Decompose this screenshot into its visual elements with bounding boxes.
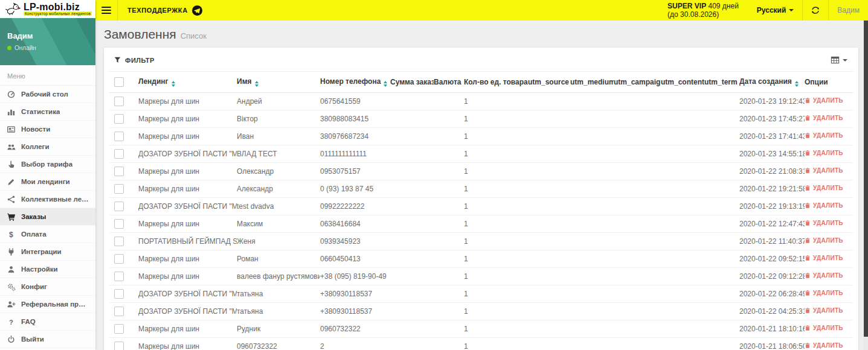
cell-phone: 380976687234 — [320, 128, 390, 145]
cell-landing: Маркеры для шин — [138, 180, 237, 198]
sidebar-item-logout[interactable]: Выйти — [0, 331, 95, 348]
dashboard-icon — [7, 90, 16, 99]
delete-button[interactable]: УДАЛИТЬ — [805, 272, 843, 279]
sidebar-item-config[interactable]: Конфиг — [0, 278, 95, 296]
delete-button[interactable]: УДАЛИТЬ — [805, 167, 843, 174]
sidebar-item-referral[interactable]: Реферальная программа — [0, 296, 95, 313]
cell-options: УДАЛИТЬ — [805, 233, 853, 250]
sidebar-item-collective-landings[interactable]: Коллективные лендинги — [0, 191, 95, 208]
scrollbar-thumb[interactable] — [864, 21, 868, 337]
vertical-scrollbar[interactable] — [864, 21, 868, 350]
sort-arrows-icon — [795, 81, 799, 87]
sidebar-item-faq[interactable]: FAQ — [0, 313, 95, 331]
row-checkbox[interactable] — [114, 342, 124, 350]
column-header-utm_source[interactable]: utm_source — [528, 72, 570, 93]
cell-name: Роман — [237, 250, 320, 268]
logo-dog-icon — [5, 1, 21, 17]
cell-utm-campaign — [614, 128, 661, 145]
cell-created: 2020-01-23 17:41:43 — [739, 128, 805, 145]
row-checkbox[interactable] — [114, 97, 124, 106]
sidebar-item-orders[interactable]: Заказы — [0, 208, 95, 226]
sidebar-item-label: Мои лендинги — [21, 178, 70, 185]
row-checkbox[interactable] — [114, 289, 124, 299]
sidebar-item-my-landings[interactable]: Мои лендинги — [0, 173, 95, 191]
user-icon — [7, 265, 16, 274]
delete-button[interactable]: УДАЛИТЬ — [805, 97, 843, 104]
cell-utm-term — [704, 180, 739, 198]
cell-landing: ДОЗАТОР ЗУБНОЇ ПАСТИ "МИНЬОН" — [138, 145, 237, 163]
sidebar-item-colleagues[interactable]: Коллеги — [0, 138, 95, 156]
app-logo[interactable]: LP-mobi.biz Конструктор мобильных лендин… — [0, 0, 95, 18]
sidebar-item-settings[interactable]: Настройки — [0, 261, 95, 278]
cell-utm-source — [528, 145, 570, 163]
cell-utm-source — [528, 338, 570, 350]
column-header-created[interactable]: Дата создания — [739, 72, 805, 93]
column-header-phone[interactable]: Номер телефона — [320, 72, 390, 93]
row-checkbox[interactable] — [114, 149, 124, 159]
delete-button[interactable]: УДАЛИТЬ — [805, 342, 843, 349]
sidebar-item-dashboard[interactable]: Рабочий стол — [0, 86, 95, 103]
trash-icon — [805, 342, 811, 349]
cell-landing: Маркеры для шин — [138, 215, 237, 233]
hamburger-menu-icon[interactable] — [100, 7, 117, 14]
cell-currency — [434, 285, 464, 303]
user-menu[interactable]: Вадим — [829, 0, 868, 21]
filter-button[interactable]: ФИЛЬТР — [114, 57, 155, 64]
cell-utm-term — [704, 93, 739, 110]
cell-name: татьяна — [237, 285, 320, 303]
cell-sum — [390, 198, 434, 215]
row-checkbox[interactable] — [114, 202, 124, 211]
delete-button[interactable]: УДАЛИТЬ — [805, 255, 843, 261]
delete-button[interactable]: УДАЛИТЬ — [805, 220, 843, 226]
column-settings-button[interactable] — [831, 56, 847, 65]
support-button[interactable]: ТЕХПОДДЕРЖКА — [118, 0, 212, 21]
delete-button[interactable]: УДАЛИТЬ — [805, 290, 843, 296]
language-selector[interactable]: Русский — [748, 0, 803, 21]
column-header-utm_content[interactable]: utm_content — [661, 72, 704, 93]
row-checkbox[interactable] — [114, 237, 124, 246]
cell-utm-content — [661, 145, 704, 163]
select-all-checkbox[interactable] — [114, 77, 124, 87]
column-header-utm_campaign[interactable]: utm_campaign — [614, 72, 661, 93]
row-checkbox[interactable] — [114, 167, 124, 176]
trash-icon — [805, 150, 811, 156]
delete-button[interactable]: УДАЛИТЬ — [805, 307, 843, 314]
cell-currency — [434, 233, 464, 250]
row-checkbox[interactable] — [114, 254, 124, 264]
row-checkbox[interactable] — [114, 184, 124, 194]
delete-button[interactable]: УДАЛИТЬ — [805, 132, 843, 139]
delete-button[interactable]: УДАЛИТЬ — [805, 325, 843, 331]
cell-currency — [434, 198, 464, 215]
delete-button[interactable]: УДАЛИТЬ — [805, 185, 843, 191]
column-header-landing[interactable]: Лендинг — [138, 72, 237, 93]
cell-phone: 0 (93) 193 87 45 — [320, 180, 390, 198]
column-header-utm_term[interactable]: utm_term — [704, 72, 739, 93]
telegram-icon — [192, 5, 202, 16]
row-checkbox[interactable] — [114, 132, 124, 141]
row-checkbox[interactable] — [114, 114, 124, 124]
cell-options: УДАЛИТЬ — [805, 180, 853, 198]
column-header-sum[interactable]: Сумма заказа — [390, 72, 434, 93]
delete-button[interactable]: УДАЛИТЬ — [805, 115, 843, 121]
sidebar-item-integrations[interactable]: Интеграции — [0, 243, 95, 261]
cell-checkbox — [109, 145, 138, 163]
column-header-utm_medium[interactable]: utm_medium — [570, 72, 614, 93]
row-checkbox[interactable] — [114, 219, 124, 229]
row-checkbox[interactable] — [114, 307, 124, 316]
column-header-currency[interactable]: Валюта — [434, 72, 464, 93]
sidebar-item-tariff[interactable]: Выбор тарифа — [0, 156, 95, 173]
delete-button[interactable]: УДАЛИТЬ — [805, 237, 843, 244]
cell-landing: Маркеры для шин — [138, 110, 237, 128]
cell-utm-medium — [570, 285, 614, 303]
column-header-name[interactable]: Имя — [237, 72, 320, 93]
delete-button[interactable]: УДАЛИТЬ — [805, 150, 843, 156]
row-checkbox[interactable] — [114, 324, 124, 334]
row-checkbox[interactable] — [114, 272, 124, 281]
sidebar-item-news[interactable]: Новости — [0, 121, 95, 138]
column-header-options[interactable]: Опции — [805, 72, 853, 93]
column-header-qty[interactable]: Кол-во ед. товара — [464, 72, 528, 93]
refresh-button[interactable] — [803, 0, 828, 21]
delete-button[interactable]: УДАЛИТЬ — [805, 202, 843, 209]
sidebar-item-statistics[interactable]: Статистика — [0, 103, 95, 121]
sidebar-item-payment[interactable]: Оплата — [0, 226, 95, 243]
